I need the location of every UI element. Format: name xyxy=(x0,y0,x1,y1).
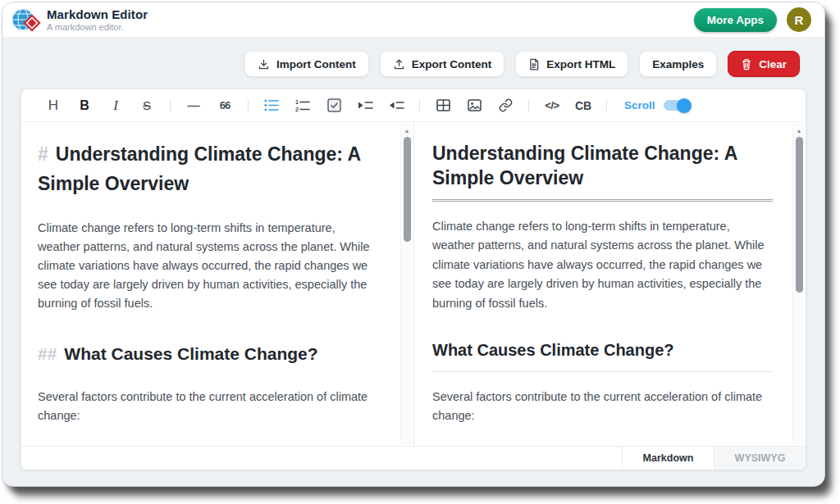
svg-text:1: 1 xyxy=(295,99,299,105)
toolbar-divider xyxy=(248,99,249,111)
page-subtitle: A markdown editor. xyxy=(47,22,148,32)
preview-paragraph: Several factors contribute to the curren… xyxy=(432,388,773,426)
ordered-list-icon: 1 2 xyxy=(295,99,310,112)
toolbar-divider xyxy=(606,99,607,111)
upload-icon xyxy=(393,58,405,70)
app-logo-icon xyxy=(11,5,42,34)
preview-heading1: Understanding Climate Change: A Simple O… xyxy=(432,142,773,202)
inline-code-button[interactable]: </> xyxy=(536,94,568,117)
toolbar-divider xyxy=(419,99,420,111)
ordered-list-button[interactable]: 1 2 xyxy=(287,94,318,117)
table-icon xyxy=(436,99,450,111)
app-window: Markdown Editor A markdown editor. More … xyxy=(2,2,825,487)
indent-icon xyxy=(358,100,373,111)
editor-split-view: #Understanding Climate Change: A Simple … xyxy=(21,122,806,446)
examples-button[interactable]: Examples xyxy=(639,51,717,77)
trash-icon xyxy=(741,58,752,70)
avatar[interactable]: R xyxy=(787,7,811,32)
export-html-label: Export HTML xyxy=(546,58,615,70)
scrollbar-up-icon[interactable]: ▲ xyxy=(793,126,805,135)
md-paragraph: Several factors contribute to the curren… xyxy=(38,388,381,425)
preview-bullet-list: Greenhouse Gas Emissions: Carbon dioxide… xyxy=(432,443,773,446)
svg-text:2: 2 xyxy=(295,107,299,112)
bold-button[interactable]: B xyxy=(69,94,100,117)
checkbox-icon xyxy=(327,98,341,112)
source-scrollbar[interactable]: ▲ xyxy=(400,124,412,444)
import-content-label: Import Content xyxy=(276,58,356,70)
scroll-sync-toggle[interactable]: Scroll xyxy=(624,99,690,111)
md-heading2-line: ##What Causes Climate Change? xyxy=(38,340,381,367)
editor-toolbar: H B I S — 66 1 2 xyxy=(21,89,806,122)
italic-button[interactable]: I xyxy=(100,94,131,117)
preview-paragraph: Climate change refers to long-term shift… xyxy=(432,217,773,313)
clear-button[interactable]: Clear xyxy=(728,51,800,77)
toolbar-divider xyxy=(528,99,529,111)
md-h1-text: Understanding Climate Change: A Simple O… xyxy=(38,143,360,194)
editor-card: H B I S — 66 1 2 xyxy=(21,89,806,470)
scroll-toggle-label: Scroll xyxy=(624,99,655,111)
examples-label: Examples xyxy=(652,58,704,70)
md-heading1-line: #Understanding Climate Change: A Simple … xyxy=(38,140,381,198)
indent-button[interactable] xyxy=(349,94,381,117)
image-icon xyxy=(468,99,482,111)
toggle-knob xyxy=(677,98,692,113)
clear-label: Clear xyxy=(759,58,787,70)
link-button[interactable] xyxy=(490,94,521,117)
tab-markdown[interactable]: Markdown xyxy=(622,447,714,470)
md-h2-text: What Causes Climate Change? xyxy=(64,344,317,363)
import-content-button[interactable]: Import Content xyxy=(244,51,369,77)
preview-list-item: Greenhouse Gas Emissions: Carbon dioxide… xyxy=(453,443,773,446)
md-h1-mark: # xyxy=(38,143,48,165)
table-button[interactable] xyxy=(427,94,459,117)
link-icon xyxy=(499,98,513,112)
bullet-list-button[interactable] xyxy=(256,94,287,117)
export-content-button[interactable]: Export Content xyxy=(380,51,505,77)
md-list-item: -**Greenhouse Gas Emissions:**Carbon dio… xyxy=(38,445,381,446)
tab-wysiwyg[interactable]: WYSIWYG xyxy=(714,447,806,470)
code-block-button[interactable]: CB xyxy=(568,94,599,117)
toggle-track xyxy=(664,100,690,111)
page-title: Markdown Editor xyxy=(47,7,148,21)
editor-footer: Markdown WYSIWYG xyxy=(21,446,806,470)
outdent-button[interactable] xyxy=(381,94,412,117)
preview-pane[interactable]: Understanding Climate Change: A Simple O… xyxy=(413,122,806,446)
blockquote-button[interactable]: 66 xyxy=(209,94,240,117)
scrollbar-thumb[interactable] xyxy=(796,137,803,293)
md-h2-mark: ## xyxy=(38,344,57,363)
bullet-list-icon xyxy=(264,99,279,111)
preview-heading2: What Causes Climate Change? xyxy=(432,337,773,371)
task-list-button[interactable] xyxy=(318,94,349,117)
export-html-button[interactable]: Export HTML xyxy=(515,51,628,77)
app-header: Markdown Editor A markdown editor. More … xyxy=(2,2,824,37)
download-icon xyxy=(258,58,270,70)
app-title-block: Markdown Editor A markdown editor. xyxy=(47,7,148,32)
scrollbar-up-icon[interactable]: ▲ xyxy=(401,126,413,135)
horizontal-rule-button[interactable]: — xyxy=(178,94,209,117)
export-content-label: Export Content xyxy=(412,58,492,70)
markdown-source-pane[interactable]: #Understanding Climate Change: A Simple … xyxy=(21,122,413,446)
document-icon xyxy=(528,58,540,70)
more-apps-button[interactable]: More Apps xyxy=(694,8,777,32)
image-button[interactable] xyxy=(459,94,490,117)
actions-row: Import Content Export Content Export HTM… xyxy=(2,37,824,77)
strikethrough-button[interactable]: S xyxy=(131,94,162,117)
preview-scrollbar[interactable]: ▲ xyxy=(792,124,804,444)
heading-button[interactable]: H xyxy=(38,94,69,117)
toolbar-divider xyxy=(170,99,171,111)
scrollbar-thumb[interactable] xyxy=(404,137,411,242)
outdent-icon xyxy=(389,100,404,111)
md-paragraph: Climate change refers to long-term shift… xyxy=(38,219,381,313)
